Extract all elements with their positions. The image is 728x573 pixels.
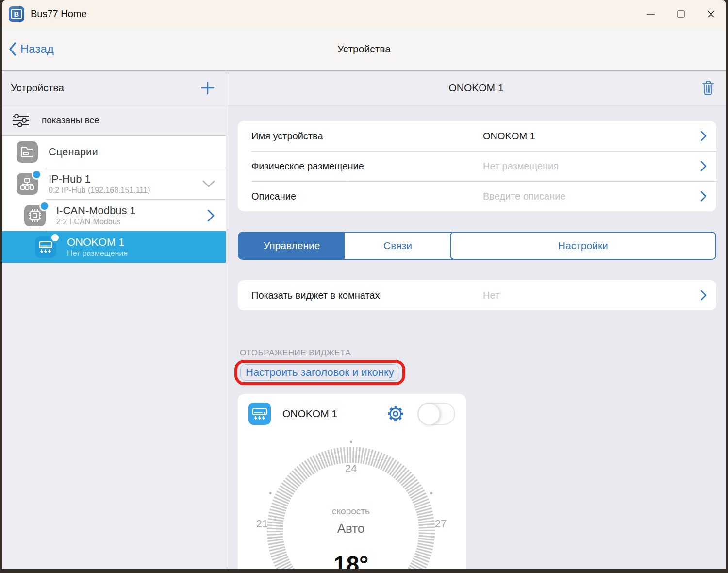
app-window: B Bus77 Home Назад Устройства Устройства bbox=[2, 0, 726, 569]
chevron-right-icon bbox=[700, 290, 707, 301]
detail-body: Имя устройства ONOKOM 1 Физическое разме… bbox=[226, 105, 726, 569]
folder-icon bbox=[17, 141, 38, 163]
sidebar-item-ip-hub[interactable]: IP-Hub 1 0:2 IP-Hub (192.168.151.111) bbox=[2, 168, 226, 200]
widget-header: ONOKOM 1 bbox=[238, 394, 466, 425]
plus-icon bbox=[201, 81, 215, 95]
filter-row[interactable]: показаны все bbox=[2, 105, 226, 136]
sidebar-item-ican-modbus[interactable]: I-CAN-Modbus 1 2:2 I-CAN-Modbus bbox=[2, 200, 226, 231]
desktop: B Bus77 Home Назад Устройства Устройства bbox=[0, 0, 728, 573]
title-bar: B Bus77 Home bbox=[2, 0, 726, 28]
close-icon bbox=[707, 10, 715, 18]
field-label: Показать виджет в комнатах bbox=[251, 290, 380, 301]
sidebar-header: Устройства bbox=[2, 71, 226, 105]
configure-title-icon-link[interactable]: Настроить заголовок и иконку bbox=[246, 366, 394, 378]
chevron-right-icon bbox=[207, 209, 215, 222]
tab-links[interactable]: Связи bbox=[345, 233, 450, 259]
chevron-right-icon bbox=[700, 191, 707, 202]
chip-icon bbox=[24, 205, 46, 226]
back-label: Назад bbox=[20, 42, 54, 56]
minimize-icon bbox=[646, 10, 655, 18]
speed-label: скорость bbox=[332, 506, 370, 517]
maximize-icon bbox=[677, 10, 685, 18]
trash-icon[interactable] bbox=[702, 80, 714, 96]
field-row-name[interactable]: Имя устройства ONOKOM 1 bbox=[238, 121, 716, 151]
annotation-highlight: Настроить заголовок и иконку bbox=[234, 360, 405, 385]
filter-label: показаны все bbox=[42, 115, 99, 126]
status-badge bbox=[41, 202, 48, 210]
dial-label-24: 24 bbox=[345, 462, 357, 475]
widget-power-toggle[interactable] bbox=[417, 403, 455, 425]
status-badge bbox=[51, 234, 59, 241]
widget-title: ONOKOM 1 bbox=[282, 408, 386, 420]
field-label: Описание bbox=[251, 191, 296, 202]
item-subtitle: 2:2 I-CAN-Modbus bbox=[56, 218, 136, 226]
chevron-down-icon bbox=[202, 180, 215, 188]
sidebar-item-scenarios[interactable]: Сценарии bbox=[2, 136, 226, 168]
tab-bar: Управление Связи Настройки bbox=[238, 232, 716, 260]
item-subtitle: Нет размещения bbox=[67, 249, 128, 258]
close-button[interactable] bbox=[696, 0, 726, 28]
chevron-right-icon bbox=[700, 161, 707, 171]
item-title: ONOKOM 1 bbox=[67, 236, 128, 248]
device-detail-panel: ONOKOM 1 Имя устройства ONOKOM 1 bbox=[226, 71, 726, 569]
minimize-button[interactable] bbox=[636, 0, 666, 28]
back-button[interactable]: Назад bbox=[9, 42, 54, 56]
dial-label-21: 21 bbox=[256, 518, 268, 530]
field-placeholder: Введите описание bbox=[483, 191, 565, 202]
field-label: Имя устройства bbox=[251, 131, 323, 142]
item-subtitle: 0:2 IP-Hub (192.168.151.111) bbox=[49, 186, 150, 195]
toggle-knob bbox=[418, 404, 440, 425]
chevron-right-icon bbox=[700, 131, 707, 141]
sidebar-title: Устройства bbox=[11, 82, 64, 94]
field-row-location[interactable]: Физическое размещение Нет размещения bbox=[238, 151, 716, 181]
dial-label-27: 27 bbox=[435, 518, 447, 530]
back-chevron-icon bbox=[9, 42, 17, 56]
widget-room-row[interactable]: Показать виджет в комнатах Нет bbox=[238, 280, 716, 310]
gear-icon bbox=[386, 404, 405, 423]
widget-settings-button[interactable] bbox=[386, 404, 405, 423]
sliders-icon bbox=[12, 113, 30, 128]
tab-settings[interactable]: Настройки bbox=[450, 232, 716, 260]
window-title: Bus77 Home bbox=[31, 8, 87, 19]
ac-unit-icon bbox=[35, 236, 56, 258]
widget-preview-card: ONOKOM 1 24 bbox=[238, 394, 466, 569]
section-label: ОТОБРАЖЕНИЕ ВИДЖЕТА bbox=[240, 348, 351, 358]
ac-unit-icon bbox=[248, 403, 271, 425]
detail-title: ONOKOM 1 bbox=[448, 82, 503, 94]
field-label: Физическое размещение bbox=[251, 161, 364, 172]
field-row-description[interactable]: Описание Введите описание bbox=[238, 181, 716, 211]
device-fields-card: Имя устройства ONOKOM 1 Физическое разме… bbox=[238, 121, 716, 211]
page-title: Устройства bbox=[337, 43, 391, 55]
temperature-dial[interactable]: 24 21 27 18 30 скорость Авто 18° 0.0° bbox=[238, 428, 466, 569]
item-title: I-CAN-Modbus 1 bbox=[56, 204, 136, 217]
network-icon bbox=[17, 173, 38, 195]
dial-ticks bbox=[238, 428, 466, 569]
window-controls bbox=[636, 0, 726, 28]
detail-header: ONOKOM 1 bbox=[226, 71, 726, 105]
nav-bar: Назад Устройства bbox=[2, 28, 726, 71]
tab-control[interactable]: Управление bbox=[239, 233, 345, 259]
main-split: Устройства показаны все bbox=[2, 71, 726, 569]
maximize-button[interactable] bbox=[666, 0, 696, 28]
item-title: Сценарии bbox=[49, 146, 98, 158]
status-badge bbox=[33, 171, 40, 178]
field-value: ONOKOM 1 bbox=[483, 131, 535, 142]
widget-room-card: Показать виджет в комнатах Нет bbox=[238, 280, 716, 310]
field-placeholder: Нет размещения bbox=[483, 161, 559, 172]
item-title: IP-Hub 1 bbox=[49, 173, 150, 185]
app-logo-icon: B bbox=[9, 6, 24, 22]
add-device-button[interactable] bbox=[199, 80, 216, 96]
device-sidebar: Устройства показаны все bbox=[2, 71, 226, 569]
field-value: Нет bbox=[483, 290, 499, 301]
speed-value: Авто bbox=[337, 521, 365, 536]
sidebar-item-onokom[interactable]: ONOKOM 1 Нет размещения bbox=[2, 231, 226, 263]
set-temperature: 18° bbox=[333, 551, 369, 570]
